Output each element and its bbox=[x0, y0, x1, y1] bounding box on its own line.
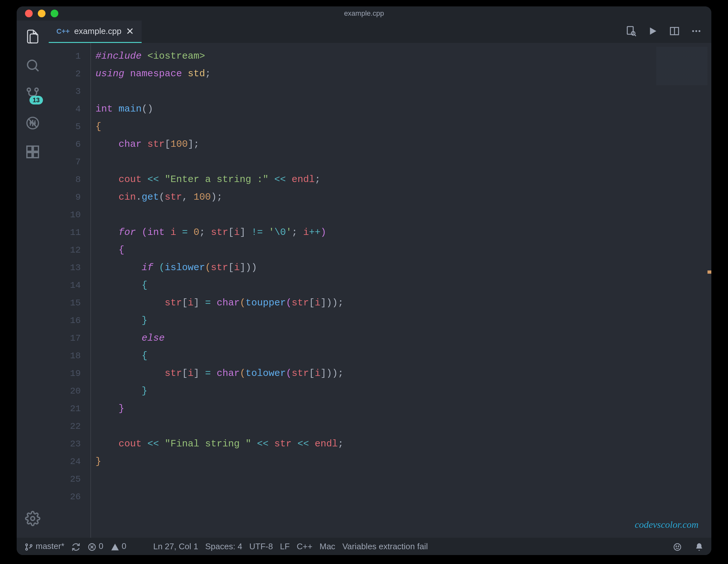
explorer-icon[interactable] bbox=[23, 27, 42, 46]
svg-line-1 bbox=[35, 68, 38, 71]
line-number: 24 bbox=[49, 453, 81, 470]
notifications-bell-icon[interactable] bbox=[695, 541, 704, 551]
line-number: 20 bbox=[49, 382, 81, 400]
run-icon[interactable] bbox=[647, 26, 658, 38]
svg-point-27 bbox=[676, 546, 676, 546]
editor[interactable]: 1234567891011121314151617181920212223242… bbox=[49, 43, 711, 538]
tab-bar: C++ example.cpp ✕ bbox=[49, 21, 711, 43]
close-window-button[interactable] bbox=[25, 10, 33, 17]
title-bar: example.cpp bbox=[17, 6, 711, 21]
svg-point-0 bbox=[28, 60, 37, 69]
line-number: 3 bbox=[49, 83, 81, 100]
line-number: 6 bbox=[49, 136, 81, 153]
indentation-status[interactable]: Spaces: 4 bbox=[205, 542, 242, 552]
svg-point-21 bbox=[26, 548, 28, 550]
minimap[interactable] bbox=[656, 47, 707, 85]
svg-point-18 bbox=[695, 30, 697, 32]
line-number: 5 bbox=[49, 118, 81, 136]
editor-actions bbox=[625, 21, 711, 43]
line-number: 7 bbox=[49, 153, 81, 171]
svg-point-22 bbox=[30, 544, 32, 546]
svg-rect-9 bbox=[33, 153, 38, 158]
line-number: 14 bbox=[49, 277, 81, 294]
extension-status[interactable]: Variables extraction fail bbox=[342, 542, 428, 552]
svg-point-17 bbox=[692, 30, 694, 32]
svg-line-14 bbox=[634, 35, 636, 36]
close-tab-icon[interactable]: ✕ bbox=[126, 26, 134, 37]
svg-point-3 bbox=[35, 88, 38, 91]
vscode-window: example.cpp 13 bbox=[17, 6, 711, 555]
sync-icon[interactable] bbox=[71, 541, 80, 551]
svg-point-11 bbox=[31, 517, 35, 520]
more-actions-icon[interactable] bbox=[691, 26, 702, 38]
line-number: 17 bbox=[49, 329, 81, 347]
minimize-window-button[interactable] bbox=[38, 10, 45, 17]
activity-bar: 13 bbox=[17, 21, 49, 538]
window-controls bbox=[25, 10, 58, 17]
find-in-file-icon[interactable] bbox=[625, 26, 636, 38]
line-number: 11 bbox=[49, 224, 81, 241]
svg-rect-8 bbox=[27, 153, 32, 158]
line-number: 10 bbox=[49, 206, 81, 224]
line-number: 23 bbox=[49, 435, 81, 453]
warnings-status[interactable]: 0 bbox=[111, 541, 127, 551]
svg-point-2 bbox=[27, 88, 30, 91]
svg-point-19 bbox=[699, 30, 700, 32]
eol-status[interactable]: LF bbox=[280, 542, 290, 552]
svg-rect-7 bbox=[27, 146, 32, 151]
svg-rect-12 bbox=[627, 26, 633, 34]
line-number: 21 bbox=[49, 400, 81, 418]
split-editor-icon[interactable] bbox=[669, 26, 680, 38]
feedback-smiley-icon[interactable] bbox=[673, 541, 682, 551]
tab-example-cpp[interactable]: C++ example.cpp ✕ bbox=[49, 21, 142, 43]
line-number: 8 bbox=[49, 171, 81, 188]
line-number-gutter: 1234567891011121314151617181920212223242… bbox=[49, 43, 90, 538]
line-number: 19 bbox=[49, 365, 81, 382]
line-number: 18 bbox=[49, 347, 81, 365]
svg-point-20 bbox=[26, 544, 28, 546]
line-number: 4 bbox=[49, 100, 81, 118]
settings-gear-icon[interactable] bbox=[23, 509, 42, 528]
maximize-window-button[interactable] bbox=[51, 10, 58, 17]
line-number: 12 bbox=[49, 241, 81, 259]
window-title: example.cpp bbox=[344, 9, 384, 18]
overview-ruler-marker bbox=[707, 270, 711, 274]
line-number: 1 bbox=[49, 47, 81, 65]
line-number: 9 bbox=[49, 188, 81, 206]
encoding-status[interactable]: UTF-8 bbox=[249, 542, 273, 552]
source-control-icon[interactable]: 13 bbox=[23, 85, 42, 104]
status-bar: master* 0 0 Ln 27, Col 1 Spaces: 4 UTF-8… bbox=[17, 538, 711, 555]
scm-badge: 13 bbox=[29, 96, 43, 104]
os-status[interactable]: Mac bbox=[319, 542, 335, 552]
language-mode-status[interactable]: C++ bbox=[297, 542, 312, 552]
line-number: 16 bbox=[49, 312, 81, 329]
svg-point-28 bbox=[678, 546, 679, 546]
line-number: 15 bbox=[49, 294, 81, 312]
svg-rect-10 bbox=[33, 146, 38, 151]
debug-icon[interactable] bbox=[23, 113, 42, 133]
watermark-text: codevscolor.com bbox=[635, 516, 699, 533]
extensions-icon[interactable] bbox=[23, 142, 42, 162]
cursor-position-status[interactable]: Ln 27, Col 1 bbox=[153, 542, 198, 552]
search-icon[interactable] bbox=[23, 56, 42, 75]
svg-point-26 bbox=[674, 543, 681, 550]
line-number: 25 bbox=[49, 470, 81, 488]
line-number: 26 bbox=[49, 488, 81, 506]
line-number: 22 bbox=[49, 418, 81, 435]
code-content[interactable]: #include <iostream> using namespace std;… bbox=[90, 43, 711, 538]
tab-filename: example.cpp bbox=[74, 26, 121, 36]
errors-status[interactable]: 0 bbox=[87, 541, 103, 551]
line-number: 13 bbox=[49, 259, 81, 277]
git-branch-status[interactable]: master* bbox=[24, 541, 64, 551]
cpp-file-icon: C++ bbox=[56, 27, 70, 36]
line-number: 2 bbox=[49, 65, 81, 83]
